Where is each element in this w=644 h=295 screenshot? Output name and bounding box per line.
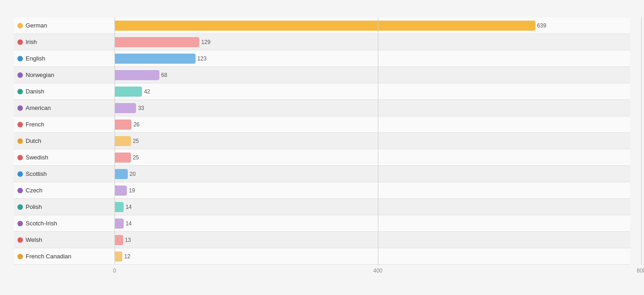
bar-label: English bbox=[14, 55, 115, 62]
table-row: American33 bbox=[14, 100, 630, 116]
bar-fill bbox=[115, 120, 131, 130]
bar-value-label: 123 bbox=[197, 54, 207, 64]
x-axis: 0400800 bbox=[115, 268, 630, 277]
dot-icon bbox=[17, 254, 23, 259]
ancestry-label: Dutch bbox=[26, 137, 41, 144]
bar-track: 123 bbox=[115, 54, 630, 64]
bar-fill bbox=[115, 54, 196, 64]
chart-area: German639Irish129English123Norwegian68Da… bbox=[14, 17, 630, 277]
dot-icon bbox=[17, 105, 23, 111]
bar-fill bbox=[115, 87, 142, 97]
table-row: Swedish25 bbox=[14, 149, 630, 166]
bar-track: 25 bbox=[115, 136, 630, 146]
ancestry-label: Scotch-Irish bbox=[26, 220, 57, 227]
bar-label: Irish bbox=[14, 38, 115, 45]
dot-icon bbox=[17, 122, 23, 127]
bar-label: German bbox=[14, 22, 115, 29]
x-tick-label: 800 bbox=[637, 268, 644, 274]
ancestry-label: Scottish bbox=[26, 170, 47, 177]
dot-icon bbox=[17, 39, 23, 45]
bar-value-label: 42 bbox=[144, 87, 150, 97]
bar-value-label: 14 bbox=[126, 219, 131, 229]
ancestry-label: German bbox=[26, 22, 47, 29]
bar-value-label: 14 bbox=[126, 202, 131, 212]
bar-track: 33 bbox=[115, 103, 630, 113]
bar-value-label: 639 bbox=[537, 21, 546, 31]
bars-container: German639Irish129English123Norwegian68Da… bbox=[14, 17, 630, 265]
table-row: Scottish20 bbox=[14, 166, 630, 182]
table-row: Scotch-Irish14 bbox=[14, 215, 630, 232]
bar-value-label: 20 bbox=[130, 169, 136, 179]
dot-icon bbox=[17, 138, 23, 144]
bar-fill bbox=[115, 235, 123, 245]
table-row: Polish14 bbox=[14, 199, 630, 215]
bar-label: French Canadian bbox=[14, 253, 115, 260]
bar-value-label: 25 bbox=[133, 136, 139, 146]
bar-value-label: 26 bbox=[133, 120, 139, 130]
bar-value-label: 68 bbox=[161, 70, 167, 80]
bar-fill bbox=[115, 186, 127, 196]
bar-label: Dutch bbox=[14, 137, 115, 144]
table-row: German639 bbox=[14, 17, 630, 34]
bar-fill bbox=[115, 202, 124, 212]
table-row: Czech19 bbox=[14, 182, 630, 199]
bar-fill bbox=[115, 219, 124, 229]
dot-icon bbox=[17, 221, 23, 226]
ancestry-label: Polish bbox=[26, 203, 42, 210]
bar-label: French bbox=[14, 121, 115, 128]
bar-label: Polish bbox=[14, 203, 115, 210]
bar-track: 129 bbox=[115, 37, 630, 47]
bar-fill bbox=[115, 153, 131, 163]
x-tick-label: 400 bbox=[373, 268, 382, 274]
chart-wrapper: German639Irish129English123Norwegian68Da… bbox=[14, 9, 630, 277]
bar-label: Swedish bbox=[14, 154, 115, 161]
bar-fill bbox=[115, 103, 136, 113]
bar-track: 639 bbox=[115, 21, 630, 31]
bar-value-label: 25 bbox=[133, 153, 139, 163]
bar-value-label: 33 bbox=[138, 103, 144, 113]
x-tick-label: 0 bbox=[113, 268, 116, 274]
bar-value-label: 13 bbox=[125, 235, 131, 245]
bar-value-label: 129 bbox=[201, 37, 210, 47]
bar-label: Scottish bbox=[14, 170, 115, 177]
bar-track: 25 bbox=[115, 153, 630, 163]
bar-track: 26 bbox=[115, 120, 630, 130]
bar-fill bbox=[115, 21, 535, 31]
ancestry-label: English bbox=[26, 55, 45, 62]
bar-track: 20 bbox=[115, 169, 630, 179]
table-row: French26 bbox=[14, 116, 630, 133]
bar-label: Czech bbox=[14, 187, 115, 194]
dot-icon bbox=[17, 72, 23, 78]
bar-fill bbox=[115, 70, 159, 80]
bar-label: American bbox=[14, 104, 115, 111]
bar-value-label: 12 bbox=[124, 251, 130, 262]
ancestry-label: Swedish bbox=[26, 154, 48, 161]
dot-icon bbox=[17, 204, 23, 210]
bar-track: 14 bbox=[115, 219, 630, 229]
dot-icon bbox=[17, 237, 23, 243]
ancestry-label: Norwegian bbox=[26, 71, 54, 78]
ancestry-label: French bbox=[26, 121, 44, 128]
bar-label: Scotch-Irish bbox=[14, 220, 115, 227]
bar-fill bbox=[115, 136, 131, 146]
dot-icon bbox=[17, 56, 23, 61]
table-row: English123 bbox=[14, 50, 630, 67]
bar-label: Welsh bbox=[14, 236, 115, 243]
bar-track: 19 bbox=[115, 186, 630, 196]
ancestry-label: Irish bbox=[26, 38, 37, 45]
grid-line bbox=[641, 17, 642, 265]
bar-track: 68 bbox=[115, 70, 630, 80]
bar-label: Danish bbox=[14, 88, 115, 95]
bar-label: Norwegian bbox=[14, 71, 115, 78]
ancestry-label: Welsh bbox=[26, 236, 42, 243]
bar-track: 42 bbox=[115, 87, 630, 97]
table-row: Welsh13 bbox=[14, 232, 630, 248]
dot-icon bbox=[17, 188, 23, 193]
bar-track: 12 bbox=[115, 251, 630, 262]
bar-value-label: 19 bbox=[129, 186, 135, 196]
table-row: Dutch25 bbox=[14, 133, 630, 149]
bar-track: 13 bbox=[115, 235, 630, 245]
dot-icon bbox=[17, 155, 23, 160]
table-row: Danish42 bbox=[14, 83, 630, 100]
table-row: Irish129 bbox=[14, 34, 630, 50]
